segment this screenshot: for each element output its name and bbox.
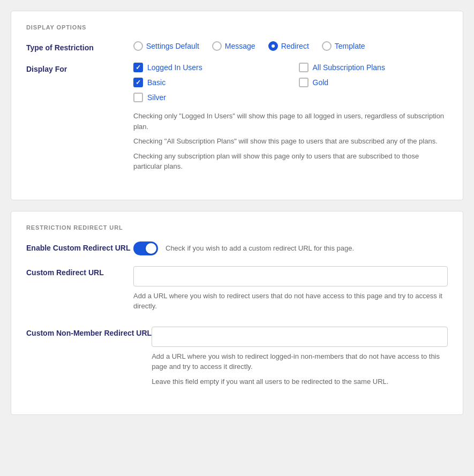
hint-text-1: Checking only "Logged In Users" will sho… [133,111,448,132]
radio-circle-settings-default [133,41,143,51]
display-for-row: Display For Logged In Users All Subscrip… [26,63,448,176]
custom-non-member-redirect-url-row: Custom Non-Member Redirect URL Add a URL… [26,327,448,391]
radio-group: Settings Default Message Redirect Templa… [133,41,448,51]
enable-custom-redirect-toggle[interactable] [133,241,158,255]
radio-label-redirect: Redirect [281,42,309,50]
type-of-restriction-label: Type of Restriction [26,41,133,52]
custom-non-member-redirect-url-input[interactable] [152,327,448,347]
custom-redirect-url-content: Add a URL where you wish to redirect use… [133,266,448,316]
checkbox-basic[interactable]: Basic [133,78,283,87]
enable-custom-redirect-label: Enable Custom Redirect URL [26,241,133,252]
radio-settings-default[interactable]: Settings Default [133,41,199,51]
radio-redirect[interactable]: Redirect [268,41,309,51]
radio-circle-message [212,41,222,51]
display-options-panel: DISPLAY OPTIONS Type of Restriction Sett… [11,11,463,200]
checkbox-label-silver: Silver [147,93,166,102]
checkbox-box-all-subscription-plans [299,63,309,72]
radio-circle-template [322,41,332,51]
enable-custom-redirect-row: Enable Custom Redirect URL Check if you … [26,241,448,255]
enable-custom-redirect-content: Check if you wish to add a custom redire… [133,241,448,255]
enable-custom-redirect-hint: Check if you wish to add a custom redire… [165,244,354,252]
radio-circle-redirect [268,41,278,51]
checkbox-label-gold: Gold [313,78,329,87]
restriction-redirect-title: RESTRICTION REDIRECT URL [26,224,448,231]
type-of-restriction-row: Type of Restriction Settings Default Mes… [26,41,448,52]
custom-non-member-redirect-hint-1: Add a URL where you wish to redirect log… [152,351,448,372]
toggle-thumb [146,243,156,254]
checkbox-label-logged-in-users: Logged In Users [147,63,202,72]
checkbox-label-basic: Basic [147,78,165,87]
radio-message[interactable]: Message [212,41,255,51]
radio-label-message: Message [225,42,255,50]
display-for-content: Logged In Users All Subscription Plans B… [133,63,448,176]
checkbox-logged-in-users[interactable]: Logged In Users [133,63,283,72]
radio-template[interactable]: Template [322,41,365,51]
checkbox-box-basic [133,78,143,87]
checkbox-box-silver [133,93,143,102]
checkbox-grid: Logged In Users All Subscription Plans B… [133,63,448,102]
hint-text-3: Checking any subscription plan will show… [133,151,448,172]
checkbox-box-gold [299,78,309,87]
radio-label-template: Template [335,42,365,50]
restriction-options-group: Settings Default Message Redirect Templa… [133,41,448,51]
checkbox-all-subscription-plans[interactable]: All Subscription Plans [299,63,448,72]
custom-redirect-url-hint: Add a URL where you wish to redirect use… [133,291,448,312]
custom-redirect-url-input[interactable] [133,266,448,286]
checkbox-silver[interactable]: Silver [133,93,283,102]
display-options-title: DISPLAY OPTIONS [26,24,448,31]
hint-text-2: Checking "All Subscription Plans" will s… [133,136,448,147]
display-for-label: Display For [26,63,133,73]
custom-non-member-redirect-hint-2: Leave this field empty if you want all u… [152,376,448,387]
checkbox-gold[interactable]: Gold [299,78,448,87]
custom-non-member-redirect-url-label: Custom Non-Member Redirect URL [26,327,152,337]
custom-redirect-url-row: Custom Redirect URL Add a URL where you … [26,266,448,316]
restriction-redirect-panel: RESTRICTION REDIRECT URL Enable Custom R… [11,211,463,415]
radio-label-settings-default: Settings Default [146,42,199,50]
custom-redirect-url-label: Custom Redirect URL [26,266,133,277]
checkbox-label-all-subscription-plans: All Subscription Plans [313,63,385,72]
toggle-row: Check if you wish to add a custom redire… [133,241,448,255]
checkbox-box-logged-in-users [133,63,143,72]
custom-non-member-redirect-url-content: Add a URL where you wish to redirect log… [152,327,448,391]
